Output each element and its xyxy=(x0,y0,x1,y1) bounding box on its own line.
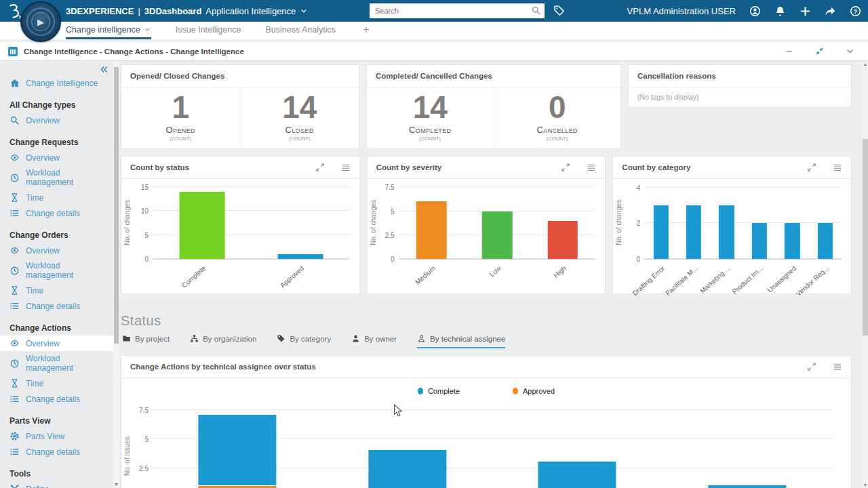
chart-menu-icon[interactable] xyxy=(341,163,351,172)
tab-business-analytics[interactable]: Business Analytics xyxy=(265,22,336,39)
sidebar-scroll-down-icon[interactable]: ▼ xyxy=(113,482,119,487)
bar-slot xyxy=(710,184,743,259)
add-icon[interactable] xyxy=(800,5,811,17)
kpi-body: 1Opened(COUNT)14Closed(COUNT) xyxy=(121,87,359,148)
bar-drafting-error[interactable] xyxy=(653,184,668,259)
sidebar-item-overview[interactable]: Overview xyxy=(0,336,113,351)
bar-segment-complete[interactable] xyxy=(538,462,616,488)
sidebar-item-change-details[interactable]: Change details xyxy=(9,205,104,221)
bar-fill[interactable] xyxy=(278,254,323,259)
sidebar-item-refine[interactable]: Refine xyxy=(9,481,104,488)
sidebar-item-time[interactable]: Time xyxy=(9,283,104,298)
expand-icon[interactable] xyxy=(807,362,816,371)
bar-fill[interactable] xyxy=(548,221,578,259)
help-icon[interactable]: ? xyxy=(850,5,861,17)
sidebar-item-overview[interactable]: Overview xyxy=(9,150,104,165)
bar-slot xyxy=(465,184,530,259)
sidebar-item-workload-management[interactable]: Workload management xyxy=(9,258,104,283)
eye-icon xyxy=(9,338,20,348)
bar-high[interactable] xyxy=(548,184,578,259)
sidebar-item-time[interactable]: Time xyxy=(9,375,104,391)
legend-item-approved[interactable]: Approved xyxy=(513,387,555,395)
chart-menu-icon[interactable] xyxy=(587,163,596,172)
sidebar-item-time[interactable]: Time xyxy=(9,190,104,205)
sidebar-scrollbar[interactable]: ▼ xyxy=(113,62,119,488)
dashboard-subtitle: Application Intelligence xyxy=(205,6,296,16)
new-tab-button[interactable]: + xyxy=(360,22,372,39)
y-tick-label: 0 xyxy=(618,256,640,263)
scroll-up-icon[interactable]: ▲ xyxy=(863,62,868,66)
kpi-metric-completed: 14Completed(COUNT) xyxy=(367,87,494,148)
tab-issue-intelligence[interactable]: Issue Intelligence xyxy=(176,22,241,39)
status-tab-by-technical-assignee[interactable]: By technical assignee xyxy=(417,334,505,348)
bar-fill[interactable] xyxy=(752,223,767,259)
bar-segment-complete[interactable] xyxy=(708,485,786,488)
chart-menu-icon[interactable] xyxy=(833,362,842,371)
search-input[interactable] xyxy=(370,3,545,18)
bar-segment-complete[interactable] xyxy=(199,415,277,485)
sidebar-item-change-details[interactable]: Change details xyxy=(9,444,104,460)
collapse-widget-icon[interactable] xyxy=(846,47,854,56)
bar-approved[interactable] xyxy=(278,184,323,259)
app-title[interactable]: 3DEXPERIENCE | 3DDashboard Application I… xyxy=(66,0,308,22)
sidebar-collapse-icon[interactable] xyxy=(100,65,108,74)
scroll-down-icon[interactable]: ▼ xyxy=(863,483,868,487)
restore-icon[interactable] xyxy=(815,47,824,56)
compass-logo[interactable]: ▶ xyxy=(20,1,61,42)
bar-fill[interactable] xyxy=(818,223,833,259)
legend-item-complete[interactable]: Complete xyxy=(418,387,460,395)
sidebar-item-workload-management[interactable]: Workload management xyxy=(9,351,104,375)
brand-name: 3DEXPERIENCE xyxy=(66,6,134,16)
bar-col-4[interactable] xyxy=(708,404,786,488)
bar-unassigned[interactable] xyxy=(785,184,800,259)
share-icon[interactable] xyxy=(825,5,836,17)
status-tab-by-owner[interactable]: By owner xyxy=(351,334,397,348)
sidebar-item-change-details[interactable]: Change details xyxy=(9,391,104,407)
bar-fill[interactable] xyxy=(785,223,800,259)
status-tab-by-category[interactable]: By category xyxy=(277,334,331,348)
bar-low[interactable] xyxy=(482,184,513,259)
sidebar-item-change-intelligence[interactable]: Change Intelligence xyxy=(9,75,104,91)
bar-fill[interactable] xyxy=(416,201,447,259)
main-scrollbar-thumb[interactable] xyxy=(863,139,868,336)
bar-col-2[interactable] xyxy=(368,404,446,488)
x-slot: Medium xyxy=(399,262,465,294)
bar-segment-complete[interactable] xyxy=(368,450,446,488)
bar-product-im[interactable] xyxy=(752,184,767,259)
bar-facilitate-m[interactable] xyxy=(686,184,701,259)
bar-marketing[interactable] xyxy=(719,184,734,259)
sidebar-item-overview[interactable]: Overview xyxy=(9,113,104,128)
bar-fill[interactable] xyxy=(719,205,734,259)
workload-icon xyxy=(9,173,20,183)
notifications-icon[interactable] xyxy=(774,5,786,17)
avatar-icon[interactable] xyxy=(749,5,761,17)
tab-change-intelligence[interactable]: Change intelligence xyxy=(66,22,151,39)
expand-icon[interactable] xyxy=(315,163,325,172)
user-name[interactable]: VPLM Administration USER xyxy=(627,6,736,16)
sidebar-item-change-details[interactable]: Change details xyxy=(9,298,104,314)
kpi-sub: (COUNT) xyxy=(121,136,240,142)
bar-complete[interactable] xyxy=(179,184,224,259)
bar-fill[interactable] xyxy=(179,192,224,259)
status-tab-by-organization[interactable]: By organization xyxy=(190,334,256,348)
main-scrollbar[interactable]: ▲ ▼ xyxy=(863,61,868,488)
assignee-icon xyxy=(417,334,426,343)
bar-vendor-req[interactable] xyxy=(818,184,833,259)
sidebar-item-overview[interactable]: Overview xyxy=(9,243,104,258)
sidebar-item-workload-management[interactable]: Workload management xyxy=(9,165,104,190)
expand-icon[interactable] xyxy=(807,163,816,172)
status-tab-by-project[interactable]: By project xyxy=(122,334,170,348)
bar-col-1[interactable] xyxy=(199,404,277,488)
bar-fill[interactable] xyxy=(482,211,513,260)
tag-icon[interactable] xyxy=(553,5,565,16)
expand-icon[interactable] xyxy=(561,163,570,172)
bar-fill[interactable] xyxy=(686,205,701,259)
sidebar-scrollbar-thumb[interactable] xyxy=(114,67,119,344)
bar-col-3[interactable] xyxy=(538,404,616,488)
bar-medium[interactable] xyxy=(416,184,447,259)
bar-fill[interactable] xyxy=(653,205,668,259)
search-icon[interactable] xyxy=(531,5,541,16)
minimize-icon[interactable] xyxy=(785,47,793,56)
sidebar-item-parts-view[interactable]: Parts View xyxy=(9,428,104,444)
chart-menu-icon[interactable] xyxy=(833,163,842,172)
